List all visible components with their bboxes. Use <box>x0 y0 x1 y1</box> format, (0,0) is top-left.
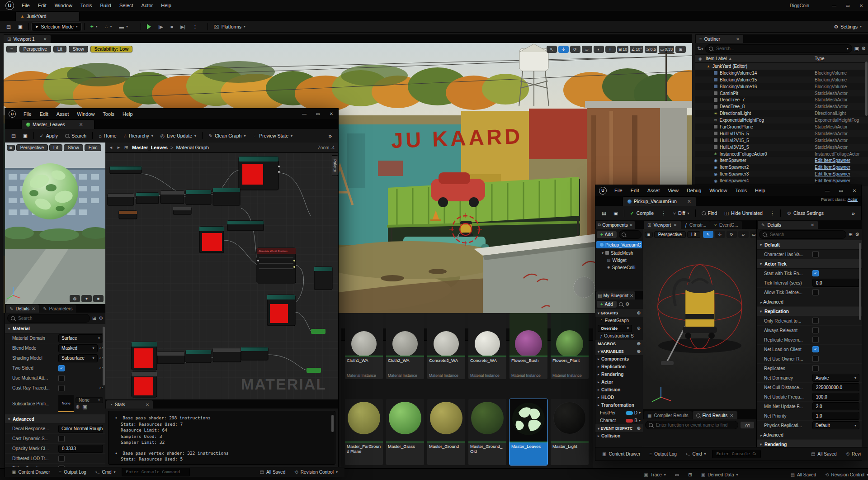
details-scrollbar[interactable] <box>103 327 105 385</box>
bp-eventgraph-tab[interactable]: ⁘EventG... <box>710 221 741 229</box>
save-button[interactable]: ▤ <box>3 23 14 31</box>
details-search[interactable] <box>759 230 846 239</box>
close-icon[interactable]: ✕ <box>79 122 83 127</box>
parameters-tab[interactable]: ✎Parameters <box>39 304 76 313</box>
outliner-root-row[interactable]: ▲JunkYard (Editor) <box>695 63 868 70</box>
content-drawer-button[interactable]: ▣Content Drawer <box>599 451 643 457</box>
edit-itemspawner-link[interactable]: Edit ItemSpawner <box>815 178 868 183</box>
var-group-row[interactable]: ▸Transformation <box>595 401 643 409</box>
net-load-checkbox[interactable]: ✓ <box>812 346 819 352</box>
close-button[interactable]: ✕ <box>848 188 861 193</box>
close-icon[interactable]: ✕ <box>629 223 633 228</box>
outliner-row[interactable]: HullLvl3V15_5StaticMeshActor <box>695 144 868 151</box>
outliner-row[interactable]: HullLvl1V15_5StaticMeshActor <box>695 130 868 137</box>
asset-tile[interactable]: Flowers_BushMaterial Instance <box>509 313 547 379</box>
compile-button[interactable]: ✓Compile <box>627 209 657 217</box>
outliner-row[interactable]: BlockingVolume14BlockingVolume <box>695 70 868 76</box>
revision-control-button[interactable]: ⟲Revi <box>843 451 864 457</box>
close-icon[interactable]: ✕ <box>730 413 733 418</box>
component-row[interactable]: ✺ SphereColli <box>595 264 643 271</box>
all-saved-indicator[interactable]: ▤All Saved <box>788 471 820 478</box>
search-button[interactable]: Search <box>61 132 90 140</box>
close-icon[interactable]: ✕ <box>811 223 814 228</box>
platforms-dropdown[interactable]: ⌧Platforms▾ <box>210 23 249 31</box>
live-update-dropdown[interactable]: ◎Live Update▾ <box>157 132 200 140</box>
outliner-row[interactable]: ◉ItemSpawner4Edit ItemSpawner <box>695 177 868 184</box>
dithered-lod-checkbox[interactable] <box>58 456 65 462</box>
min-net-update-field[interactable]: 2.0 <box>812 402 859 410</box>
menu-window[interactable]: Window <box>73 110 99 118</box>
rotate-tool-icon[interactable]: ⟳ <box>726 231 737 238</box>
var-group-row[interactable]: ▸Rendering <box>595 371 643 378</box>
add-component-button[interactable]: +Add <box>597 231 617 238</box>
graph-list-icon[interactable]: ⊞ <box>124 145 128 151</box>
material-titlebar[interactable]: U File Edit Asset Window Tools Help — ▭ … <box>5 109 338 119</box>
output-log-button[interactable]: ≡Output Log <box>646 451 679 457</box>
outliner-row[interactable]: ◉ItemSpawner3Edit ItemSpawner <box>695 171 868 177</box>
settings-dropdown[interactable]: ⚙Settings▾ <box>830 23 865 31</box>
asset-tile[interactable]: Master_Ground_ Old <box>468 399 506 465</box>
home-button[interactable]: ⌂Home <box>95 132 120 140</box>
var-group-row[interactable]: ▸HLOD <box>595 394 643 401</box>
gear-icon[interactable]: ⚙ <box>625 301 630 307</box>
component-row[interactable]: ▤ Widget <box>595 257 643 264</box>
add-override-icon[interactable]: ⊕ <box>637 326 641 331</box>
insights-icon[interactable]: ⊞ <box>685 471 695 478</box>
console-input[interactable] <box>122 468 190 476</box>
camera-speed-button[interactable]: ▭0.33 <box>659 46 674 53</box>
camera-options-icon[interactable]: ▭▾ <box>750 231 756 238</box>
close-icon[interactable]: ✕ <box>146 402 149 407</box>
maximize-button[interactable]: ▭ <box>841 3 854 8</box>
blueprint-titlebar[interactable]: U File Edit Asset View Debug Window Tool… <box>595 185 861 196</box>
hierarchy-dropdown[interactable]: ⑃Hierarchy▾ <box>120 132 157 140</box>
net-cull-distance-field[interactable]: 225000000.0 <box>812 383 859 391</box>
net-priority-field[interactable]: 1.0 <box>812 412 859 420</box>
var-group-row[interactable]: ▸Actor <box>595 378 643 386</box>
hide-unrelated-options[interactable]: ⋮ <box>766 209 778 217</box>
selection-mode-dropdown[interactable]: ➤ Selection Mode▾ <box>31 22 82 31</box>
event-graph-row[interactable]: ⁘EventGraph <box>595 317 643 324</box>
asset-tile[interactable]: Flowers_PlantMaterial Instance <box>551 313 589 379</box>
outliner-scrollbar[interactable] <box>865 62 868 116</box>
minimize-button[interactable]: — <box>297 111 311 116</box>
use-selected-icon[interactable]: ⊜ <box>75 404 80 410</box>
gear-icon[interactable]: ⚙ <box>861 46 866 52</box>
two-sided-checkbox[interactable]: ✓ <box>58 365 65 371</box>
menu-window[interactable]: Window <box>705 187 731 194</box>
cmd-dropdown[interactable]: >_Cmd▾ <box>683 451 709 457</box>
add-macro-icon[interactable]: ⊕ <box>637 341 641 346</box>
quad-view-icon[interactable]: ⊞ <box>675 46 686 53</box>
variables-section-header[interactable]: ▾ VARIABLES⊕ <box>595 347 643 355</box>
scale-tool-icon[interactable]: ▱ <box>582 46 592 53</box>
blueprints-button[interactable]: ∴▾ <box>101 23 116 31</box>
outliner-row[interactable]: BlockingVolume16BlockingVolume <box>695 83 868 90</box>
compiler-results-tab[interactable]: ▦Compiler Results <box>644 411 692 419</box>
parent-class-link[interactable]: Actor <box>848 197 858 202</box>
save-button[interactable]: ▤ <box>598 209 610 217</box>
menu-select[interactable]: Select <box>115 2 137 9</box>
allow-tick-checkbox[interactable] <box>812 289 819 295</box>
new-folder-icon[interactable]: ▣ <box>854 46 859 52</box>
play-button[interactable] <box>143 23 155 31</box>
browse-button[interactable]: ▣ <box>19 132 31 140</box>
nav-back-icon[interactable]: ◄ <box>109 145 113 150</box>
all-saved-indicator[interactable]: ▤All Saved <box>257 469 289 475</box>
reset-icon[interactable]: ↩ <box>99 385 103 390</box>
preview-options-button[interactable]: ≡ <box>7 145 15 151</box>
compile-options-button[interactable]: ⋮ <box>657 209 670 217</box>
cmd-dropdown[interactable]: >_Cmd▾ <box>92 469 119 475</box>
preview-lit-pill[interactable]: Lit <box>49 144 62 151</box>
cast-dynamic-shadow-checkbox[interactable] <box>58 436 65 442</box>
details-tab[interactable]: ✎Details✕ <box>758 221 818 229</box>
add-dispatcher-icon[interactable]: ⊕ <box>637 426 641 431</box>
sphere-shape-icon[interactable]: ● <box>81 295 92 302</box>
hide-unrelated-button[interactable]: ◫Hide Unrelated <box>721 209 766 217</box>
outliner-row[interactable]: DeadTree_7StaticMeshActor <box>695 96 868 103</box>
scale-tool-icon[interactable]: ▱ <box>738 231 749 238</box>
apply-button[interactable]: ✓Apply <box>36 132 61 140</box>
var-group-row[interactable]: ▸Components <box>595 355 643 363</box>
asset-tile[interactable]: Cloth2_WAMaterial Instance <box>386 313 424 379</box>
find-input[interactable] <box>645 421 738 429</box>
minimize-button[interactable]: — <box>827 3 841 8</box>
decal-response-dropdown[interactable]: Color Normal Rough▾ <box>58 425 103 433</box>
